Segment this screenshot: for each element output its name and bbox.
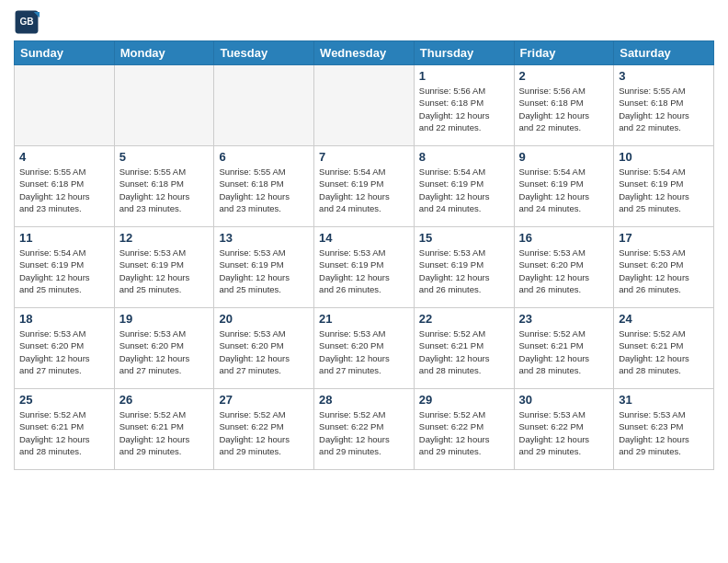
day-number: 27: [219, 393, 309, 407]
day-info: Sunrise: 5:52 AMSunset: 6:21 PMDaylight:…: [19, 408, 109, 457]
week-row-3: 11Sunrise: 5:54 AMSunset: 6:19 PMDayligh…: [15, 227, 714, 308]
day-number: 8: [419, 150, 509, 164]
week-row-1: 1Sunrise: 5:56 AMSunset: 6:18 PMDaylight…: [15, 65, 714, 146]
calendar-cell: [214, 65, 314, 146]
day-number: 12: [119, 231, 210, 245]
calendar-cell: 22Sunrise: 5:52 AMSunset: 6:21 PMDayligh…: [414, 308, 514, 389]
day-number: 26: [119, 393, 210, 407]
calendar-cell: 5Sunrise: 5:55 AMSunset: 6:18 PMDaylight…: [114, 146, 214, 227]
day-number: 31: [619, 393, 709, 407]
calendar-cell: 4Sunrise: 5:55 AMSunset: 6:18 PMDaylight…: [15, 146, 115, 227]
col-header-friday: Friday: [514, 41, 614, 65]
day-info: Sunrise: 5:52 AMSunset: 6:21 PMDaylight:…: [119, 408, 210, 457]
day-number: 13: [219, 231, 309, 245]
day-number: 19: [119, 312, 210, 326]
day-number: 28: [319, 393, 409, 407]
day-number: 17: [619, 231, 709, 245]
day-info: Sunrise: 5:53 AMSunset: 6:19 PMDaylight:…: [419, 247, 509, 295]
day-number: 5: [119, 150, 210, 164]
calendar-cell: 16Sunrise: 5:53 AMSunset: 6:20 PMDayligh…: [514, 227, 614, 308]
day-number: 21: [319, 312, 409, 326]
week-row-4: 18Sunrise: 5:53 AMSunset: 6:20 PMDayligh…: [15, 308, 714, 389]
col-header-monday: Monday: [114, 41, 214, 65]
day-number: 29: [419, 393, 509, 407]
day-info: Sunrise: 5:53 AMSunset: 6:20 PMDaylight:…: [119, 327, 210, 376]
day-info: Sunrise: 5:53 AMSunset: 6:20 PMDaylight:…: [19, 327, 109, 376]
calendar-cell: 10Sunrise: 5:54 AMSunset: 6:19 PMDayligh…: [614, 146, 714, 227]
day-info: Sunrise: 5:53 AMSunset: 6:22 PMDaylight:…: [519, 408, 609, 457]
calendar-cell: 15Sunrise: 5:53 AMSunset: 6:19 PMDayligh…: [414, 227, 514, 308]
day-info: Sunrise: 5:52 AMSunset: 6:21 PMDaylight:…: [519, 327, 609, 376]
day-number: 14: [319, 231, 409, 245]
calendar-cell: 30Sunrise: 5:53 AMSunset: 6:22 PMDayligh…: [514, 389, 614, 470]
day-info: Sunrise: 5:55 AMSunset: 6:18 PMDaylight:…: [19, 166, 109, 214]
calendar-cell: 19Sunrise: 5:53 AMSunset: 6:20 PMDayligh…: [114, 308, 214, 389]
calendar-cell: 26Sunrise: 5:52 AMSunset: 6:21 PMDayligh…: [114, 389, 214, 470]
day-number: 4: [19, 150, 109, 164]
col-header-thursday: Thursday: [414, 41, 514, 65]
day-number: 24: [619, 312, 709, 326]
day-number: 18: [19, 312, 109, 326]
calendar-cell: 3Sunrise: 5:55 AMSunset: 6:18 PMDaylight…: [614, 65, 714, 146]
day-info: Sunrise: 5:53 AMSunset: 6:19 PMDaylight:…: [319, 247, 409, 295]
day-number: 22: [419, 312, 509, 326]
calendar-cell: 1Sunrise: 5:56 AMSunset: 6:18 PMDaylight…: [414, 65, 514, 146]
day-info: Sunrise: 5:53 AMSunset: 6:19 PMDaylight:…: [119, 247, 210, 295]
calendar-cell: 2Sunrise: 5:56 AMSunset: 6:18 PMDaylight…: [514, 65, 614, 146]
day-info: Sunrise: 5:55 AMSunset: 6:18 PMDaylight:…: [619, 85, 709, 133]
day-number: 2: [519, 69, 609, 83]
calendar-cell: 17Sunrise: 5:53 AMSunset: 6:20 PMDayligh…: [614, 227, 714, 308]
calendar-cell: [15, 65, 115, 146]
day-number: 23: [519, 312, 609, 326]
logo: GB: [14, 9, 43, 35]
calendar-cell: [314, 65, 415, 146]
day-info: Sunrise: 5:54 AMSunset: 6:19 PMDaylight:…: [319, 166, 409, 214]
day-number: 30: [519, 393, 609, 407]
calendar-cell: 31Sunrise: 5:53 AMSunset: 6:23 PMDayligh…: [614, 389, 714, 470]
calendar-cell: 21Sunrise: 5:53 AMSunset: 6:20 PMDayligh…: [314, 308, 415, 389]
day-number: 3: [619, 69, 709, 83]
week-row-5: 25Sunrise: 5:52 AMSunset: 6:21 PMDayligh…: [15, 389, 714, 470]
day-number: 10: [619, 150, 709, 164]
calendar-cell: [114, 65, 214, 146]
day-info: Sunrise: 5:52 AMSunset: 6:22 PMDaylight:…: [419, 408, 509, 457]
calendar-cell: 14Sunrise: 5:53 AMSunset: 6:19 PMDayligh…: [314, 227, 415, 308]
col-header-wednesday: Wednesday: [314, 41, 415, 65]
day-info: Sunrise: 5:52 AMSunset: 6:22 PMDaylight:…: [319, 408, 409, 457]
week-row-2: 4Sunrise: 5:55 AMSunset: 6:18 PMDaylight…: [15, 146, 714, 227]
calendar-cell: 8Sunrise: 5:54 AMSunset: 6:19 PMDaylight…: [414, 146, 514, 227]
calendar-cell: 29Sunrise: 5:52 AMSunset: 6:22 PMDayligh…: [414, 389, 514, 470]
day-info: Sunrise: 5:53 AMSunset: 6:20 PMDaylight:…: [619, 247, 709, 295]
day-number: 6: [219, 150, 309, 164]
day-info: Sunrise: 5:54 AMSunset: 6:19 PMDaylight:…: [519, 166, 609, 214]
day-info: Sunrise: 5:52 AMSunset: 6:21 PMDaylight:…: [619, 327, 709, 376]
day-number: 11: [19, 231, 109, 245]
day-info: Sunrise: 5:54 AMSunset: 6:19 PMDaylight:…: [419, 166, 509, 214]
calendar-cell: 18Sunrise: 5:53 AMSunset: 6:20 PMDayligh…: [15, 308, 115, 389]
col-header-sunday: Sunday: [15, 41, 115, 65]
calendar-cell: 13Sunrise: 5:53 AMSunset: 6:19 PMDayligh…: [214, 227, 314, 308]
day-info: Sunrise: 5:53 AMSunset: 6:20 PMDaylight:…: [219, 327, 309, 376]
calendar-cell: 20Sunrise: 5:53 AMSunset: 6:20 PMDayligh…: [214, 308, 314, 389]
day-info: Sunrise: 5:52 AMSunset: 6:22 PMDaylight:…: [219, 408, 309, 457]
day-info: Sunrise: 5:53 AMSunset: 6:20 PMDaylight:…: [319, 327, 409, 376]
svg-text:GB: GB: [19, 17, 33, 27]
calendar-cell: 6Sunrise: 5:55 AMSunset: 6:18 PMDaylight…: [214, 146, 314, 227]
day-number: 7: [319, 150, 409, 164]
day-info: Sunrise: 5:53 AMSunset: 6:20 PMDaylight:…: [519, 247, 609, 295]
calendar-cell: 28Sunrise: 5:52 AMSunset: 6:22 PMDayligh…: [314, 389, 415, 470]
calendar-cell: 9Sunrise: 5:54 AMSunset: 6:19 PMDaylight…: [514, 146, 614, 227]
col-header-tuesday: Tuesday: [214, 41, 314, 65]
calendar-cell: 23Sunrise: 5:52 AMSunset: 6:21 PMDayligh…: [514, 308, 614, 389]
day-number: 25: [19, 393, 109, 407]
day-info: Sunrise: 5:53 AMSunset: 6:23 PMDaylight:…: [619, 408, 709, 457]
day-info: Sunrise: 5:52 AMSunset: 6:21 PMDaylight:…: [419, 327, 509, 376]
day-number: 9: [519, 150, 609, 164]
day-info: Sunrise: 5:55 AMSunset: 6:18 PMDaylight:…: [219, 166, 309, 214]
day-number: 16: [519, 231, 609, 245]
day-info: Sunrise: 5:53 AMSunset: 6:19 PMDaylight:…: [219, 247, 309, 295]
calendar-cell: 27Sunrise: 5:52 AMSunset: 6:22 PMDayligh…: [214, 389, 314, 470]
calendar: SundayMondayTuesdayWednesdayThursdayFrid…: [14, 40, 714, 470]
calendar-cell: 7Sunrise: 5:54 AMSunset: 6:19 PMDaylight…: [314, 146, 415, 227]
day-number: 1: [419, 69, 509, 83]
